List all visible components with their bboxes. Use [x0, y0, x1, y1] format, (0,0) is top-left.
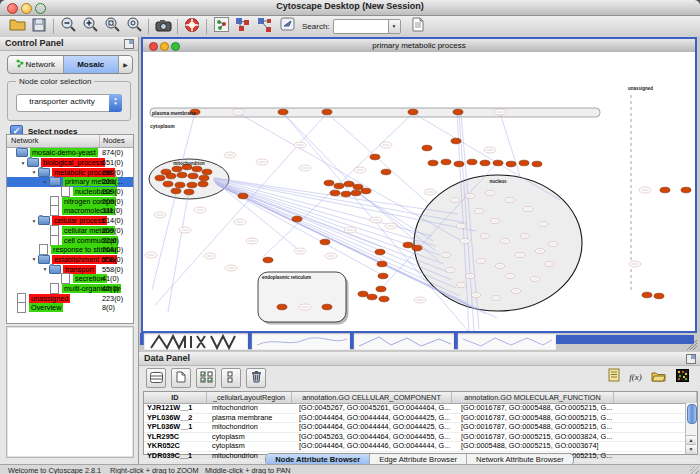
- help-button[interactable]: [181, 17, 203, 36]
- table-cell: [GO:0005488, GO:0005215, GO:0003674]: [458, 442, 622, 451]
- tree-row-count: 614(0): [102, 216, 123, 225]
- col-cellular-component: annotation.GO CELLULAR_COMPONENT: [292, 392, 452, 403]
- table-row[interactable]: YKR052Ccytoplasm[GO:0044464, GO:0044446,…: [144, 442, 697, 452]
- delete-attribute-button[interactable]: [246, 368, 266, 388]
- expander-icon[interactable]: ▼: [30, 218, 38, 224]
- file-icon: [17, 302, 26, 313]
- camera-icon: [155, 18, 172, 36]
- table-cell: [GO:0044464, GO:0044444, GO:0044425, G..…: [296, 423, 458, 432]
- import-attributes-button[interactable]: [650, 369, 667, 385]
- dropdown-stepper-icon[interactable]: ▲▼: [109, 94, 122, 112]
- tree-row[interactable]: ▼transport558(0): [7, 264, 133, 274]
- search-input-wrap[interactable]: ▼: [333, 19, 401, 34]
- float-data-panel-icon[interactable]: [686, 354, 696, 364]
- attribute-table-header[interactable]: ID _cellularLayoutRegion annotation.GO C…: [144, 392, 697, 404]
- table-row[interactable]: YPL036W__1mitochondrion[GO:0044464, GO:0…: [144, 423, 697, 433]
- select-attributes-button[interactable]: [196, 368, 216, 388]
- tree-row[interactable]: nitrogen compo209(0): [7, 196, 133, 206]
- first-neighbors-button[interactable]: [232, 17, 254, 36]
- tree-row-count: 280(0): [102, 168, 123, 177]
- node-color-dropdown[interactable]: transporter activity ▲▼: [16, 94, 122, 112]
- table-cell: [GO:0044464, GO:0044446, GO:0044444, G..…: [296, 442, 458, 451]
- heatmap-icon: [676, 368, 689, 386]
- tree-row[interactable]: response to stimulu264(0): [7, 245, 133, 255]
- label-nodes[interactable]: [145, 109, 651, 310]
- tree-row[interactable]: ▼metabolic process280(0): [7, 167, 133, 177]
- network-window-titlebar[interactable]: primary metabolic process: [143, 39, 695, 53]
- network-canvas[interactable]: plasma membranecytoplasmmitochondrionnuc…: [143, 52, 695, 331]
- notes-button[interactable]: [605, 369, 622, 385]
- network-overview-panel[interactable]: [6, 326, 134, 458]
- tabs-overflow-arrow-icon[interactable]: ▶: [119, 56, 132, 73]
- save-session-button[interactable]: [28, 17, 50, 36]
- new-attribute-button[interactable]: [171, 368, 191, 388]
- tab-network[interactable]: Network: [8, 56, 64, 73]
- table-row[interactable]: YJR121W__1mitochondrion[GO:0045267, GO:0…: [144, 404, 697, 414]
- expand-network-button[interactable]: [254, 17, 276, 36]
- resize-grip[interactable]: [690, 466, 699, 474]
- tree-row[interactable]: cellular metabo209(0): [7, 226, 133, 236]
- zoom-selected-icon: [104, 16, 121, 37]
- zoom-fit-icon: [126, 16, 143, 37]
- window-titlebar: Cytoscape Desktop (New Session): [0, 0, 700, 16]
- zoom-out-button[interactable]: [57, 17, 79, 36]
- table-cell: [GO:0016787, GO:0005488, GO:0005215, G..…: [458, 423, 622, 432]
- tree-row[interactable]: ▼establishment of lo558(0): [7, 255, 133, 265]
- function-builder-button[interactable]: f(x): [627, 369, 644, 385]
- search-input[interactable]: [335, 20, 389, 33]
- expander-icon[interactable]: ▼: [30, 256, 38, 262]
- tab-mosaic[interactable]: Mosaic: [64, 56, 120, 73]
- tree-row-count: 8(0): [102, 303, 115, 312]
- tree-row[interactable]: ▼biological_process651(0): [7, 158, 133, 168]
- tree-row[interactable]: ▼primary metabo209(...: [7, 177, 133, 187]
- data-panel: Data Panel f(x) ID _cellularLayoutRegion…: [139, 352, 700, 464]
- table-row[interactable]: YPL036W__2plasma membrane[GO:0044464, GO…: [144, 414, 697, 424]
- tree-row-count: 41(0): [102, 274, 119, 283]
- expander-icon[interactable]: ▼: [19, 160, 27, 166]
- unselect-attributes-button[interactable]: [221, 368, 241, 388]
- network-graph[interactable]: plasma membranecytoplasmmitochondrionnuc…: [143, 52, 695, 331]
- tree-row[interactable]: macromolecule311(0): [7, 206, 133, 216]
- new-document-icon: [176, 369, 186, 387]
- tree-row[interactable]: secretion41(0): [7, 274, 133, 284]
- vizmapper-button[interactable]: [276, 17, 298, 36]
- snapshot-button[interactable]: [152, 17, 174, 36]
- tree-row-label: cellular process: [52, 216, 107, 225]
- search-dropdown-arrow-icon[interactable]: ▼: [388, 20, 400, 33]
- plasma-membrane-label: plasma membrane: [152, 110, 196, 116]
- tree-row[interactable]: mosaic-demo-yeast874(0): [7, 148, 133, 158]
- folder-icon: [16, 148, 28, 157]
- zoom-selected-region-button[interactable]: [101, 17, 123, 36]
- expander-icon[interactable]: ▼: [30, 169, 38, 175]
- status-pan-hint: Middle-click + drag to PAN: [205, 466, 291, 474]
- network-tree: Network Nodes mosaic-demo-yeast874(0)▼bi…: [6, 134, 134, 324]
- col-molecular-function: annotation.GO MOLECULAR_FUNCTION: [452, 392, 614, 403]
- network-tree-header[interactable]: Network Nodes: [7, 135, 133, 148]
- gene-nodes[interactable]: [155, 109, 691, 310]
- expander-icon[interactable]: ▼: [41, 266, 49, 272]
- attribute-table-icon: [150, 369, 163, 387]
- attribute-table-button[interactable]: [146, 368, 166, 388]
- zoom-fit-button[interactable]: [123, 17, 145, 36]
- tree-row[interactable]: nucleobase-209(0): [7, 187, 133, 197]
- node-color-groupbox: Node color selection transporter activit…: [7, 81, 131, 121]
- annotation-button[interactable]: [210, 17, 232, 36]
- matrix-view-button[interactable]: [674, 369, 691, 385]
- float-panel-icon[interactable]: [124, 39, 134, 49]
- tree-row[interactable]: Overview8(0): [7, 303, 133, 313]
- open-session-button[interactable]: [6, 17, 28, 36]
- tab-mosaic-label: Mosaic: [77, 60, 104, 69]
- enhanced-search-button[interactable]: [407, 17, 429, 36]
- data-panel-header: Data Panel: [139, 352, 700, 366]
- tree-row[interactable]: ▼cellular process614(0): [7, 216, 133, 226]
- table-scrollbar[interactable]: ▲ ▼: [685, 403, 697, 454]
- network-view-window: primary metabolic process plasma membran…: [141, 37, 697, 333]
- zoom-in-button[interactable]: [79, 17, 101, 36]
- tree-row[interactable]: cell communicat22(0): [7, 235, 133, 245]
- table-cell: cytoplasm: [209, 442, 296, 451]
- table-cell: YJR121W__1: [144, 404, 209, 413]
- table-row[interactable]: YLR295Ccytoplasm[GO:0045263, GO:0044464,…: [144, 433, 697, 443]
- table-cell: YPL036W__1: [144, 423, 209, 432]
- scrollbar-thumb[interactable]: [687, 404, 697, 424]
- expander-icon[interactable]: ▼: [41, 179, 49, 185]
